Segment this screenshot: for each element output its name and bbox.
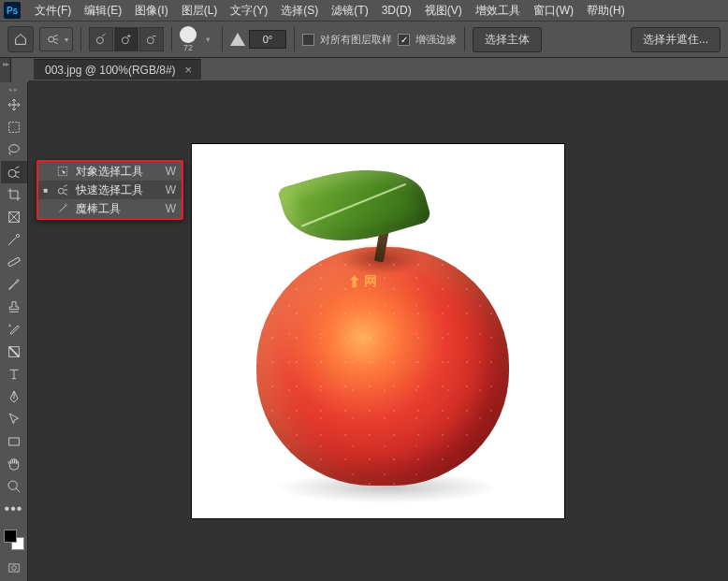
svg-point-11 [8,481,17,489]
eyedropper-icon [7,232,22,247]
menu-plugins[interactable]: 增效工具 [469,1,527,21]
path-selection-tool[interactable] [1,408,27,430]
tool-preset-picker[interactable]: ▾ [39,27,73,51]
svg-point-6 [8,169,16,177]
marquee-tool[interactable] [1,116,27,138]
document-tab-title: 003.jpg @ 100%(RGB/8#) [45,64,176,77]
svg-rect-4 [8,123,19,133]
flyout-item-shortcut: W [163,183,176,196]
divider [222,27,223,51]
canvas-area[interactable]: ⬆ 网 [28,80,728,581]
menu-image[interactable]: 图像(I) [128,1,174,21]
watermark-text: 网 [364,273,377,290]
flyout-item-label: 快速选择工具 [76,182,157,198]
ps-logo-icon: Ps [4,2,21,19]
menu-layer[interactable]: 图层(L) [175,1,225,21]
lasso-tool[interactable] [1,138,27,161]
quick-mask-button[interactable] [4,559,24,576]
menu-file[interactable]: 文件(F) [28,1,78,21]
selection-mode-group [89,27,164,51]
move-tool[interactable] [1,94,27,116]
angle-input[interactable] [249,30,286,49]
new-selection-button[interactable] [89,27,113,51]
zoom-tool[interactable] [1,475,27,498]
menu-filter[interactable]: 滤镜(T) [325,1,374,21]
subtract-selection-button[interactable] [139,27,164,51]
hand-tool[interactable] [1,453,27,475]
svg-point-3 [147,37,153,44]
angle-triangle-icon [230,33,245,46]
menu-view[interactable]: 视图(V) [418,1,469,21]
hand-icon [7,457,22,472]
svg-point-5 [8,145,19,153]
menu-select[interactable]: 选择(S) [274,1,325,21]
magic-wand-icon [55,202,70,215]
brush-picker[interactable]: 72 [180,26,197,52]
select-subject-button[interactable]: 选择主体 [473,27,542,52]
type-icon [7,367,22,382]
select-and-mask-button[interactable]: 选择并遮住... [631,27,721,52]
foreground-color-swatch[interactable] [4,530,17,543]
gradient-tool[interactable] [1,341,27,363]
frame-tool[interactable] [1,206,27,228]
tool-flyout-menu: 对象选择工具 W ■ 快速选择工具 W 魔棒工具 W [36,160,183,220]
healing-brush-tool[interactable] [1,251,27,273]
marquee-icon [7,120,22,135]
menu-window[interactable]: 窗口(W) [527,1,580,21]
menu-type[interactable]: 文字(Y) [224,1,274,21]
type-tool[interactable] [1,363,27,385]
brush-tool[interactable] [1,273,27,296]
ellipsis-icon: ••• [5,501,23,517]
flyout-item-object-selection[interactable]: 对象选择工具 W [38,162,182,181]
quick-selection-tool[interactable] [1,161,27,183]
divider [464,27,465,51]
svg-point-1 [96,37,103,44]
document-canvas[interactable]: ⬆ 网 [192,144,564,518]
stamp-icon [7,299,22,314]
clone-stamp-tool[interactable] [1,296,27,318]
divider [294,27,295,51]
eyedropper-tool[interactable] [1,228,27,251]
flyout-item-magic-wand[interactable]: 魔棒工具 W [38,199,182,218]
svg-point-0 [49,36,54,42]
move-icon [7,97,22,112]
bandaid-icon [7,254,22,269]
document-tab[interactable]: 003.jpg @ 100%(RGB/8#) × [34,59,201,80]
checkbox-checked-icon [398,34,410,46]
rectangle-tool[interactable] [1,430,27,453]
flyout-item-quick-selection[interactable]: ■ 快速选择工具 W [38,181,182,199]
flyout-item-shortcut: W [163,165,176,178]
panel-grip-icon[interactable]: ▸▸ [0,86,27,94]
options-bar: ▾ 72 ▾ 对所有图层取样 增强边缘 选择主体 选择并遮住... [0,21,728,58]
pen-tool[interactable] [1,385,27,408]
svg-point-2 [122,37,128,44]
chevron-down-icon[interactable]: ▾ [202,35,214,44]
history-brush-tool[interactable] [1,318,27,341]
quick-select-icon [55,183,70,196]
crop-tool[interactable] [1,183,27,206]
add-selection-button[interactable] [114,27,138,51]
lasso-icon [7,142,22,157]
color-swatches[interactable] [2,528,26,552]
flyout-item-shortcut: W [163,202,176,215]
up-arrow-icon: ⬆ [348,273,360,291]
menu-3d[interactable]: 3D(D) [375,2,418,19]
tools-panel: ▸▸ ••• [0,82,28,581]
brush-new-icon [95,33,108,46]
edit-toolbar-button[interactable]: ••• [1,498,27,520]
home-button[interactable] [7,26,34,52]
enhance-edge-option[interactable]: 增强边缘 [398,33,457,47]
menu-help[interactable]: 帮助(H) [580,1,632,21]
menu-edit[interactable]: 编辑(E) [78,1,128,21]
brush-size-label: 72 [183,43,193,52]
expand-handle-icon[interactable]: ▸▸ [0,58,10,68]
close-tab-button[interactable]: × [185,63,193,77]
svg-point-13 [11,566,16,571]
gradient-icon [7,344,22,359]
brush-add-icon [120,33,133,46]
sample-all-layers-option[interactable]: 对所有图层取样 [302,33,392,47]
quick-select-icon [7,165,22,180]
flyout-item-label: 魔棒工具 [76,201,157,217]
divider [171,27,172,51]
flyout-item-label: 对象选择工具 [76,164,157,180]
